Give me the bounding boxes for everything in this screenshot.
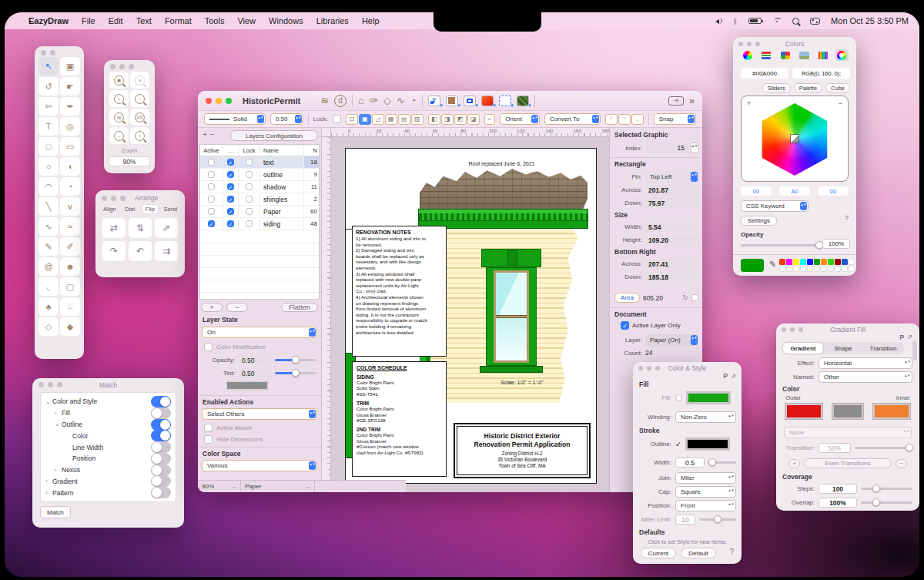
roof-shingles-drawing[interactable] [420, 169, 588, 210]
remove-transition-button[interactable]: − [896, 459, 907, 468]
match-toggle[interactable] [151, 441, 171, 453]
window-header-drawing[interactable] [481, 249, 541, 267]
square-tool[interactable]: □ [38, 137, 59, 156]
layer-active-checkbox[interactable] [208, 196, 216, 203]
layer-row[interactable]: siding 48 [200, 218, 319, 230]
text-style-button[interactable]: T [428, 96, 440, 106]
match-toggle[interactable] [151, 453, 171, 464]
arrange-tab[interactable]: Dist. [122, 205, 139, 213]
rectangle-tool[interactable]: ▭ [60, 137, 80, 156]
frame-style-button[interactable] [464, 96, 476, 106]
match-toggle[interactable] [151, 487, 171, 498]
corner-square-button[interactable]: ◟ [631, 114, 644, 125]
layer-active-checkbox[interactable] [208, 171, 216, 179]
match-toggle[interactable] [151, 407, 171, 419]
layer-row[interactable]: Paper 60 [200, 206, 319, 218]
palette-swatch[interactable] [800, 266, 806, 272]
pentagon-tool[interactable]: ◇ [38, 317, 59, 336]
zoom-in-tool[interactable]: + [109, 90, 129, 107]
stroke-width-slider[interactable] [708, 461, 736, 464]
align-tr-button[interactable]: ◨ [441, 114, 454, 125]
stroke-width-field[interactable]: 0.5 [675, 458, 705, 468]
view-mode-button[interactable]: Cube [825, 83, 850, 92]
disclosure-icon[interactable]: › [45, 478, 52, 484]
tint-slider[interactable] [275, 372, 316, 374]
fill-checkbox[interactable] [675, 394, 682, 401]
color-modification-checkbox[interactable] [204, 343, 213, 351]
frame-mode-button[interactable]: ⊡ [346, 114, 358, 125]
rgb-value-field[interactable]: RGB(0, 160, 0); [792, 68, 850, 79]
lock-checkbox[interactable] [333, 115, 341, 123]
silhouette-tool[interactable]: ☻ [60, 257, 80, 276]
refresh-icon[interactable]: ↻ [683, 294, 688, 301]
match-toggle[interactable] [151, 430, 171, 441]
layer-lock-checkbox[interactable] [246, 196, 253, 203]
more-tools-chevron[interactable]: » [689, 95, 695, 106]
window-controls[interactable] [35, 46, 84, 57]
wedge-tool[interactable]: ◔ [60, 177, 80, 196]
stroke-width-stepper[interactable]: 0.50▴ ▾ [270, 113, 303, 125]
rotate-cw-button[interactable]: ↷ [102, 241, 126, 261]
even-transitions-button[interactable]: Even Transitions [804, 458, 892, 468]
color-cube-tab[interactable] [835, 49, 849, 61]
d-badge-icon[interactable]: d [334, 95, 346, 107]
window-controls[interactable] [104, 60, 155, 72]
hex-value-field[interactable]: #00A000 [741, 68, 788, 79]
toolbar-divider[interactable] [422, 95, 423, 107]
corner-round-button[interactable]: ◜ [605, 114, 618, 125]
tint-field[interactable]: 0.50 [239, 368, 271, 378]
br-down-field[interactable]: 185.18 [645, 272, 698, 282]
line-style-select[interactable]: Solid▴ ▾ [204, 113, 266, 125]
disclosure-icon[interactable]: ⌄ [55, 421, 62, 427]
arrange-tab[interactable]: Send [160, 205, 180, 213]
remove-layer-button[interactable]: − [226, 303, 248, 312]
menu-item[interactable]: Format [165, 16, 192, 25]
bluetooth-icon[interactable]: ᛒ [733, 18, 738, 25]
gradient-tab[interactable]: Shape [823, 343, 863, 354]
gradient-tab[interactable]: Gradient [783, 343, 823, 354]
skew-mode-button[interactable]: ◿ [372, 114, 384, 125]
panel-scrollbar[interactable] [912, 340, 917, 360]
color-spectrum-tab[interactable] [816, 49, 829, 61]
layer-visible-checkbox[interactable] [227, 159, 235, 166]
canvas-area[interactable]: 020406080100120140160180 Roof replaced J… [322, 128, 609, 492]
palette-swatch[interactable] [807, 259, 813, 265]
circle-tool[interactable]: ○ [38, 157, 59, 176]
target-tool[interactable]: ◎ [60, 117, 80, 136]
channel-field[interactable]: A0 [779, 186, 810, 196]
color-palette-tab[interactable] [778, 49, 792, 61]
text-tool[interactable]: T [38, 117, 59, 136]
layer-visible-checkbox[interactable] [227, 171, 235, 179]
add-layer-button[interactable]: + [201, 303, 223, 312]
menu-item[interactable]: View [237, 16, 256, 25]
stroke-color-swatch[interactable] [685, 438, 730, 451]
window-frame-drawing[interactable] [486, 267, 537, 366]
overlap-slider[interactable] [861, 501, 912, 504]
align-bl-button[interactable]: ◩ [454, 114, 467, 125]
arc-tool[interactable]: ◠ [38, 177, 59, 196]
palette-swatch[interactable] [849, 259, 855, 265]
color-space-select[interactable]: Various▴ ▾ [202, 460, 317, 471]
cap-select[interactable]: Square▴ ▾ [675, 486, 736, 498]
volume-icon[interactable] [713, 18, 722, 25]
color-fill-button[interactable] [481, 96, 494, 106]
index-stepper[interactable]: ▴ ▾ [691, 142, 698, 153]
settings-button[interactable]: Settings [741, 216, 777, 226]
outer-color-swatch[interactable] [785, 404, 822, 419]
layers-configuration-button[interactable]: Layers Configuration [230, 130, 318, 141]
color-sliders-tab[interactable] [760, 49, 773, 61]
fill-style-button[interactable] [446, 96, 458, 106]
control-center-icon[interactable] [810, 18, 820, 25]
hatch-mode-button[interactable]: ▤ [398, 114, 410, 125]
palette-swatch[interactable] [786, 259, 792, 265]
pattern-mode-button[interactable]: ▨ [411, 114, 424, 125]
zoom-height-tool[interactable]: ↕ [130, 127, 149, 144]
position-select[interactable]: Front▴ ▾ [675, 500, 736, 511]
zoom-100-tool[interactable]: 100 [130, 109, 149, 126]
expand-panel-icon[interactable]: ⇗ [731, 373, 736, 380]
zoom-button[interactable] [226, 98, 232, 104]
arrange-tab[interactable]: Flip [142, 205, 158, 213]
pencil-tool[interactable]: ✎ [38, 237, 59, 256]
menu-item[interactable]: File [82, 16, 95, 25]
steps-field[interactable]: 100 [819, 484, 857, 494]
